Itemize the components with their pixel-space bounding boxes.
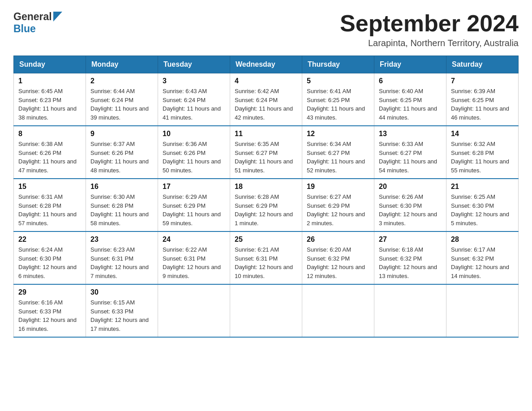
- day-info: Sunrise: 6:33 AM Sunset: 6:27 PM Dayligh…: [379, 140, 442, 175]
- weekday-header-monday: Monday: [86, 56, 158, 73]
- calendar-cell: 20 Sunrise: 6:26 AM Sunset: 6:30 PM Dayl…: [374, 179, 446, 231]
- day-info: Sunrise: 6:40 AM Sunset: 6:25 PM Dayligh…: [379, 87, 442, 122]
- day-info: Sunrise: 6:21 AM Sunset: 6:31 PM Dayligh…: [235, 245, 297, 280]
- day-number: 13: [379, 130, 442, 138]
- day-info: Sunrise: 6:30 AM Sunset: 6:28 PM Dayligh…: [90, 193, 153, 227]
- day-info: Sunrise: 6:42 AM Sunset: 6:24 PM Dayligh…: [235, 87, 297, 122]
- day-info: Sunrise: 6:29 AM Sunset: 6:29 PM Dayligh…: [163, 193, 225, 227]
- calendar-cell: 11 Sunrise: 6:35 AM Sunset: 6:27 PM Dayl…: [230, 126, 302, 179]
- day-info: Sunrise: 6:36 AM Sunset: 6:26 PM Dayligh…: [163, 140, 225, 175]
- calendar-cell: 21 Sunrise: 6:25 AM Sunset: 6:30 PM Dayl…: [446, 179, 519, 231]
- calendar-cell: 9 Sunrise: 6:37 AM Sunset: 6:26 PM Dayli…: [86, 126, 158, 179]
- day-number: 16: [90, 183, 153, 191]
- calendar-cell: 7 Sunrise: 6:39 AM Sunset: 6:25 PM Dayli…: [446, 73, 519, 126]
- location: Larapinta, Northern Territory, Australia: [340, 38, 519, 48]
- day-number: 26: [307, 235, 369, 244]
- day-number: 22: [18, 235, 81, 244]
- day-number: 7: [451, 77, 514, 85]
- weekday-header-thursday: Thursday: [302, 56, 374, 73]
- day-info: Sunrise: 6:25 AM Sunset: 6:30 PM Dayligh…: [451, 193, 514, 227]
- calendar-cell: [446, 284, 519, 337]
- week-row-2: 8 Sunrise: 6:38 AM Sunset: 6:26 PM Dayli…: [14, 126, 519, 179]
- calendar-cell: 2 Sunrise: 6:44 AM Sunset: 6:24 PM Dayli…: [86, 73, 158, 126]
- calendar-cell: 25 Sunrise: 6:21 AM Sunset: 6:31 PM Dayl…: [230, 231, 302, 284]
- day-number: 19: [307, 183, 369, 191]
- weekday-header-sunday: Sunday: [14, 56, 86, 73]
- day-number: 28: [451, 235, 514, 244]
- calendar-cell: 30 Sunrise: 6:15 AM Sunset: 6:33 PM Dayl…: [86, 284, 158, 337]
- calendar-cell: 17 Sunrise: 6:29 AM Sunset: 6:29 PM Dayl…: [158, 179, 230, 231]
- day-info: Sunrise: 6:44 AM Sunset: 6:24 PM Dayligh…: [90, 87, 153, 122]
- calendar-cell: 22 Sunrise: 6:24 AM Sunset: 6:30 PM Dayl…: [14, 231, 86, 284]
- day-number: 17: [163, 183, 225, 191]
- day-info: Sunrise: 6:20 AM Sunset: 6:32 PM Dayligh…: [307, 245, 369, 280]
- day-info: Sunrise: 6:23 AM Sunset: 6:31 PM Dayligh…: [90, 245, 153, 280]
- logo-blue-text: Blue: [13, 23, 36, 34]
- day-number: 9: [90, 130, 153, 138]
- week-row-4: 22 Sunrise: 6:24 AM Sunset: 6:30 PM Dayl…: [14, 231, 519, 284]
- day-info: Sunrise: 6:41 AM Sunset: 6:25 PM Dayligh…: [307, 87, 369, 122]
- calendar-cell: 29 Sunrise: 6:16 AM Sunset: 6:33 PM Dayl…: [14, 284, 86, 337]
- day-info: Sunrise: 6:18 AM Sunset: 6:32 PM Dayligh…: [379, 245, 442, 280]
- day-info: Sunrise: 6:28 AM Sunset: 6:29 PM Dayligh…: [235, 193, 297, 227]
- day-number: 21: [451, 183, 514, 191]
- calendar-cell: [302, 284, 374, 337]
- day-number: 6: [379, 77, 442, 85]
- weekday-header-wednesday: Wednesday: [230, 56, 302, 73]
- day-info: Sunrise: 6:24 AM Sunset: 6:30 PM Dayligh…: [18, 245, 81, 280]
- day-info: Sunrise: 6:39 AM Sunset: 6:25 PM Dayligh…: [451, 87, 514, 122]
- calendar-cell: 3 Sunrise: 6:43 AM Sunset: 6:24 PM Dayli…: [158, 73, 230, 126]
- week-row-1: 1 Sunrise: 6:45 AM Sunset: 6:23 PM Dayli…: [14, 73, 519, 126]
- day-info: Sunrise: 6:27 AM Sunset: 6:29 PM Dayligh…: [307, 193, 369, 227]
- day-info: Sunrise: 6:45 AM Sunset: 6:23 PM Dayligh…: [18, 87, 81, 122]
- day-number: 5: [307, 77, 369, 85]
- calendar-cell: 14 Sunrise: 6:32 AM Sunset: 6:28 PM Dayl…: [446, 126, 519, 179]
- day-info: Sunrise: 6:26 AM Sunset: 6:30 PM Dayligh…: [379, 193, 442, 227]
- day-number: 3: [163, 77, 225, 85]
- weekday-header-saturday: Saturday: [446, 56, 519, 73]
- day-info: Sunrise: 6:22 AM Sunset: 6:31 PM Dayligh…: [163, 245, 225, 280]
- logo-general-text: General: [13, 11, 52, 23]
- title-section: September 2024 Larapinta, Northern Terri…: [340, 11, 519, 48]
- day-number: 27: [379, 235, 442, 244]
- week-row-5: 29 Sunrise: 6:16 AM Sunset: 6:33 PM Dayl…: [14, 284, 519, 337]
- day-number: 30: [90, 288, 153, 296]
- calendar-cell: 23 Sunrise: 6:23 AM Sunset: 6:31 PM Dayl…: [86, 231, 158, 284]
- week-row-3: 15 Sunrise: 6:31 AM Sunset: 6:28 PM Dayl…: [14, 179, 519, 231]
- calendar-cell: 27 Sunrise: 6:18 AM Sunset: 6:32 PM Dayl…: [374, 231, 446, 284]
- day-info: Sunrise: 6:32 AM Sunset: 6:28 PM Dayligh…: [451, 140, 514, 175]
- month-title: September 2024: [340, 11, 519, 36]
- day-info: Sunrise: 6:15 AM Sunset: 6:33 PM Dayligh…: [90, 298, 153, 333]
- calendar-cell: 15 Sunrise: 6:31 AM Sunset: 6:28 PM Dayl…: [14, 179, 86, 231]
- calendar-cell: [230, 284, 302, 337]
- calendar-cell: 6 Sunrise: 6:40 AM Sunset: 6:25 PM Dayli…: [374, 73, 446, 126]
- calendar-cell: 28 Sunrise: 6:17 AM Sunset: 6:32 PM Dayl…: [446, 231, 519, 284]
- day-info: Sunrise: 6:34 AM Sunset: 6:27 PM Dayligh…: [307, 140, 369, 175]
- day-number: 23: [90, 235, 153, 244]
- day-info: Sunrise: 6:17 AM Sunset: 6:32 PM Dayligh…: [451, 245, 514, 280]
- day-info: Sunrise: 6:43 AM Sunset: 6:24 PM Dayligh…: [163, 87, 225, 122]
- day-info: Sunrise: 6:31 AM Sunset: 6:28 PM Dayligh…: [18, 193, 81, 227]
- weekday-header-row: SundayMondayTuesdayWednesdayThursdayFrid…: [14, 56, 519, 73]
- day-number: 20: [379, 183, 442, 191]
- day-number: 11: [235, 130, 297, 138]
- weekday-header-friday: Friday: [374, 56, 446, 73]
- day-number: 29: [18, 288, 81, 296]
- calendar-cell: 19 Sunrise: 6:27 AM Sunset: 6:29 PM Dayl…: [302, 179, 374, 231]
- day-info: Sunrise: 6:16 AM Sunset: 6:33 PM Dayligh…: [18, 298, 81, 333]
- day-number: 14: [451, 130, 514, 138]
- calendar-cell: [158, 284, 230, 337]
- day-number: 10: [163, 130, 225, 138]
- logo-triangle-icon: [53, 12, 62, 21]
- day-number: 18: [235, 183, 297, 191]
- day-number: 8: [18, 130, 81, 138]
- calendar-cell: 16 Sunrise: 6:30 AM Sunset: 6:28 PM Dayl…: [86, 179, 158, 231]
- calendar-cell: 24 Sunrise: 6:22 AM Sunset: 6:31 PM Dayl…: [158, 231, 230, 284]
- page-header: General Blue September 2024 Larapinta, N…: [13, 11, 519, 48]
- weekday-header-tuesday: Tuesday: [158, 56, 230, 73]
- calendar-cell: 18 Sunrise: 6:28 AM Sunset: 6:29 PM Dayl…: [230, 179, 302, 231]
- svg-marker-0: [53, 12, 62, 21]
- calendar-table: SundayMondayTuesdayWednesdayThursdayFrid…: [13, 56, 519, 338]
- calendar-cell: 4 Sunrise: 6:42 AM Sunset: 6:24 PM Dayli…: [230, 73, 302, 126]
- day-number: 12: [307, 130, 369, 138]
